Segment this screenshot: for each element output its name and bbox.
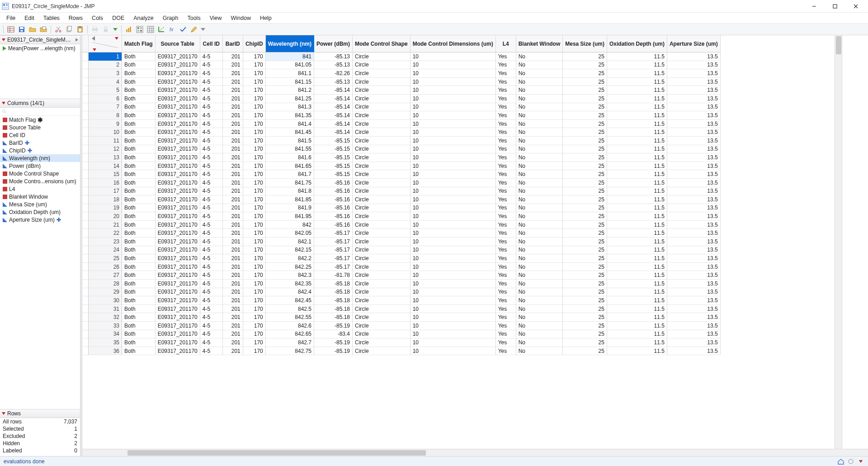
table-row[interactable]: 5BothE09317_2011704-5201170841.2-85.14Ci… bbox=[82, 86, 721, 95]
cell[interactable]: 4-5 bbox=[200, 322, 223, 330]
cell[interactable]: No bbox=[516, 153, 563, 162]
cell[interactable]: E09317_201170 bbox=[156, 246, 200, 255]
cell[interactable]: 201 bbox=[223, 254, 243, 263]
cell[interactable]: 11.5 bbox=[607, 305, 667, 314]
cell[interactable]: 170 bbox=[243, 78, 266, 86]
cell[interactable]: 11.5 bbox=[607, 52, 667, 61]
cell[interactable]: 10 bbox=[410, 288, 496, 297]
row-marker[interactable] bbox=[82, 111, 89, 120]
cell[interactable]: No bbox=[516, 254, 563, 263]
cell[interactable]: 4-5 bbox=[200, 120, 223, 128]
cell[interactable]: 201 bbox=[223, 52, 243, 61]
cell[interactable]: Yes bbox=[496, 288, 516, 297]
cell[interactable]: 201 bbox=[223, 238, 243, 246]
column-header[interactable]: Blanket Window bbox=[516, 35, 563, 52]
cell[interactable]: Both bbox=[122, 254, 156, 263]
cell[interactable]: 13.5 bbox=[667, 212, 721, 221]
cell[interactable]: 201 bbox=[223, 288, 243, 297]
cell[interactable]: Both bbox=[122, 145, 156, 154]
column-item[interactable]: BarID ✚ bbox=[0, 139, 80, 147]
cell[interactable]: 170 bbox=[243, 204, 266, 213]
disclosure-icon[interactable] bbox=[93, 48, 96, 51]
cell[interactable]: 25 bbox=[563, 212, 607, 221]
cell[interactable]: 841.35 bbox=[266, 111, 314, 120]
cell[interactable]: 13.5 bbox=[667, 153, 721, 162]
row-marker[interactable] bbox=[82, 120, 89, 128]
cell[interactable]: 10 bbox=[410, 296, 496, 305]
cell[interactable]: 4-5 bbox=[200, 153, 223, 162]
cell[interactable]: -85.16 bbox=[314, 212, 353, 221]
row-marker[interactable] bbox=[82, 52, 89, 61]
cell[interactable]: 13.5 bbox=[667, 221, 721, 229]
row-number[interactable]: 8 bbox=[89, 111, 122, 120]
cell[interactable]: -85.16 bbox=[314, 195, 353, 204]
cell[interactable]: 201 bbox=[223, 246, 243, 255]
cell[interactable]: 10 bbox=[410, 238, 496, 246]
cell[interactable]: 842.6 bbox=[266, 322, 314, 330]
row-number[interactable]: 32 bbox=[89, 313, 122, 322]
table-row[interactable]: 8BothE09317_2011704-5201170841.35-85.14C… bbox=[82, 111, 721, 120]
tool-cut-icon[interactable] bbox=[53, 24, 63, 34]
tool-edit-icon[interactable] bbox=[189, 24, 199, 34]
cell[interactable]: 170 bbox=[243, 69, 266, 78]
cell[interactable]: Yes bbox=[496, 338, 516, 347]
table-row[interactable]: 31BothE09317_2011704-5201170842.5-85.18C… bbox=[82, 305, 721, 314]
cell[interactable]: 10 bbox=[410, 330, 496, 339]
cell[interactable]: 13.5 bbox=[667, 170, 721, 179]
cell[interactable]: 13.5 bbox=[667, 238, 721, 246]
cell[interactable]: 201 bbox=[223, 271, 243, 280]
cell[interactable]: 10 bbox=[410, 137, 496, 145]
column-item[interactable]: Wavelength (nm) bbox=[0, 154, 80, 162]
status-circle-icon[interactable] bbox=[847, 458, 854, 465]
cell[interactable]: 4-5 bbox=[200, 280, 223, 288]
cell[interactable]: 13.5 bbox=[667, 271, 721, 280]
cell[interactable]: -82.26 bbox=[314, 69, 353, 78]
cell[interactable]: 4-5 bbox=[200, 330, 223, 339]
cell[interactable]: -85.18 bbox=[314, 280, 353, 288]
table-row[interactable]: 33BothE09317_2011704-5201170842.6-85.19C… bbox=[82, 322, 721, 330]
row-number[interactable]: 1 bbox=[89, 52, 122, 61]
cell[interactable]: 25 bbox=[563, 238, 607, 246]
cell[interactable]: 201 bbox=[223, 137, 243, 145]
cell[interactable]: 170 bbox=[243, 238, 266, 246]
cell[interactable]: No bbox=[516, 322, 563, 330]
table-row[interactable]: 23BothE09317_2011704-5201170842.1-85.17C… bbox=[82, 238, 721, 246]
table-row[interactable]: 18BothE09317_2011704-5201170841.85-85.16… bbox=[82, 195, 721, 204]
cell[interactable]: 170 bbox=[243, 280, 266, 288]
row-number[interactable]: 20 bbox=[89, 212, 122, 221]
cell[interactable]: Yes bbox=[496, 212, 516, 221]
row-number[interactable]: 3 bbox=[89, 69, 122, 78]
cell[interactable]: 842.5 bbox=[266, 305, 314, 314]
column-header[interactable]: L4 bbox=[496, 35, 516, 52]
row-marker[interactable] bbox=[82, 187, 89, 196]
cell[interactable]: No bbox=[516, 170, 563, 179]
cell[interactable]: 4-5 bbox=[200, 212, 223, 221]
cell[interactable]: 25 bbox=[563, 204, 607, 213]
row-marker[interactable] bbox=[82, 95, 89, 103]
table-row[interactable]: 28BothE09317_2011704-5201170842.35-85.18… bbox=[82, 280, 721, 288]
row-marker-head[interactable] bbox=[82, 35, 89, 52]
cell[interactable]: E09317_201170 bbox=[156, 305, 200, 314]
cell[interactable]: No bbox=[516, 95, 563, 103]
table-row[interactable]: 13BothE09317_2011704-5201170841.6-85.15C… bbox=[82, 153, 721, 162]
cell[interactable]: -85.14 bbox=[314, 95, 353, 103]
horizontal-scrollbar[interactable] bbox=[82, 449, 868, 456]
row-number[interactable]: 16 bbox=[89, 179, 122, 187]
column-item[interactable]: Cell ID bbox=[0, 131, 80, 139]
tool-copy-icon[interactable] bbox=[64, 24, 74, 34]
cell[interactable]: 11.5 bbox=[607, 254, 667, 263]
cell[interactable]: 25 bbox=[563, 162, 607, 171]
cell[interactable]: 842.75 bbox=[266, 347, 314, 356]
row-number[interactable]: 10 bbox=[89, 128, 122, 137]
data-table[interactable]: Match FlagSource TableCell IDBarIDChipID… bbox=[82, 35, 835, 449]
row-marker[interactable] bbox=[82, 330, 89, 339]
cell[interactable]: 170 bbox=[243, 263, 266, 271]
cell[interactable]: 10 bbox=[410, 221, 496, 229]
cell[interactable]: No bbox=[516, 120, 563, 128]
cell[interactable]: 201 bbox=[223, 61, 243, 70]
cell[interactable]: 13.5 bbox=[667, 52, 721, 61]
cell[interactable]: E09317_201170 bbox=[156, 195, 200, 204]
cell[interactable]: 201 bbox=[223, 296, 243, 305]
cell[interactable]: -85.15 bbox=[314, 170, 353, 179]
cell[interactable]: 11.5 bbox=[607, 221, 667, 229]
